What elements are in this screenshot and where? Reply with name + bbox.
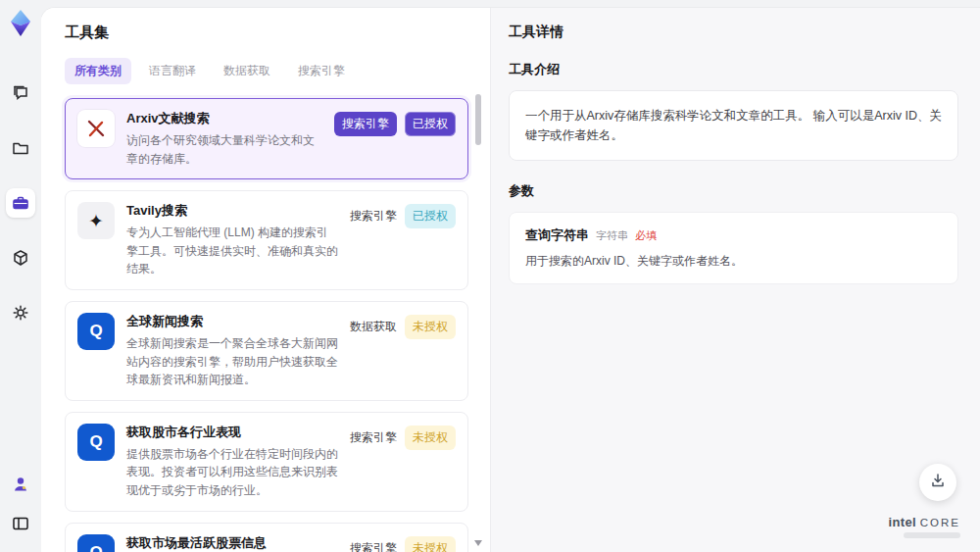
params-heading: 参数 [509, 182, 958, 200]
tab-search-engine[interactable]: 搜索引擎 [288, 58, 355, 84]
param-required-badge: 必填 [635, 228, 657, 243]
detail-title: 工具详情 [509, 24, 958, 41]
tool-description: 提供股票市场各个行业在特定时间段内的表现。投资者可以利用这些信息来识别表现优于或… [126, 445, 338, 500]
category-label: 搜索引擎 [350, 540, 397, 552]
tool-card-tavily[interactable]: ✦ Tavily搜索 专为人工智能代理 (LLM) 构建的搜索引擎工具。可快速提… [65, 190, 468, 290]
category-label: 搜索引擎 [350, 429, 397, 446]
download-button[interactable] [919, 464, 956, 501]
category-badge: 搜索引擎 [334, 112, 397, 136]
tool-description: 全球新闻搜索是一个聚合全球各大新闻网站内容的搜索引擎，帮助用户快速获取全球最新资… [126, 334, 338, 389]
tool-card-global-news[interactable]: Q 全球新闻搜索 全球新闻搜索是一个聚合全球各大新闻网站内容的搜索引擎，帮助用户… [65, 301, 468, 401]
intel-sub-line [904, 532, 960, 538]
intel-core-logo: intel CORE [889, 515, 960, 538]
toolbox-icon [11, 193, 30, 213]
tool-title: Arxiv文献搜索 [126, 110, 322, 127]
tool-detail-pane: 工具详情 工具介绍 一个用于从Arxiv存储库搜索科学论文和文章的工具。 输入可… [490, 8, 980, 552]
param-name: 查询字符串 [525, 226, 589, 244]
status-badge: 已授权 [405, 204, 456, 228]
param-type: 字符串 [596, 228, 628, 243]
package-icon [11, 248, 30, 268]
status-badge: 未授权 [405, 426, 456, 450]
sidebar-item-account[interactable] [6, 470, 35, 499]
arxiv-logo-icon [77, 110, 115, 147]
tool-description: 专为人工智能代理 (LLM) 构建的搜索引擎工具。可快速提供实时、准确和真实的结… [126, 224, 338, 278]
tool-title: Tavily搜索 [126, 202, 338, 220]
param-description: 用于搜索的Arxiv ID、关键字或作者姓名。 [525, 253, 942, 270]
tool-title: 全球新闻搜索 [126, 313, 338, 330]
core-wordmark: CORE [920, 517, 960, 528]
tab-all-categories[interactable]: 所有类别 [65, 58, 131, 84]
folder-icon [11, 138, 30, 158]
left-rail [0, 0, 41, 552]
tool-card-most-active-stocks[interactable]: Q 获取市场最活跃股票信息 提供当天交易量最高的股票列表，投资者可以利用这些信息… [65, 523, 468, 552]
tool-description: 访问各个研究领域大量科学论文和文章的存储库。 [126, 131, 322, 168]
tool-intro-text: 一个用于从Arxiv存储库搜索科学论文和文章的工具。 输入可以是Arxiv ID… [509, 90, 958, 161]
chat-icon [11, 83, 30, 103]
tab-translation[interactable]: 语言翻译 [139, 58, 206, 84]
sidebar-item-tools[interactable] [6, 188, 35, 218]
sidebar-item-files[interactable] [6, 133, 35, 163]
panel-toggle-icon [11, 514, 30, 533]
category-label: 搜索引擎 [350, 208, 397, 225]
tavily-star-icon: ✦ [77, 202, 115, 239]
tool-card-list: Arxiv文献搜索 访问各个研究领域大量科学论文和文章的存储库。 搜索引擎 已授… [65, 98, 468, 552]
sidebar-toggle[interactable] [6, 509, 35, 538]
status-badge: 未授权 [405, 536, 456, 552]
main-panel: 工具集 所有类别 语言翻译 数据获取 搜索引擎 Arxiv文献搜索 访问各个研究… [41, 8, 980, 552]
intro-heading: 工具介绍 [509, 61, 958, 78]
tool-title: 获取股市各行业表现 [126, 424, 338, 441]
status-badge: 已授权 [405, 112, 456, 136]
tool-list-pane: 工具集 所有类别 语言翻译 数据获取 搜索引擎 Arxiv文献搜索 访问各个研究… [41, 8, 490, 552]
blue-q-logo-icon: Q [77, 534, 115, 552]
scrollbar-thumb[interactable] [475, 94, 481, 145]
sidebar-item-packages[interactable] [6, 243, 35, 273]
tab-data-fetch[interactable]: 数据获取 [214, 58, 280, 84]
list-scrollbar[interactable] [475, 90, 481, 544]
status-badge: 未授权 [405, 315, 456, 339]
sidebar-item-settings[interactable] [6, 298, 35, 327]
gear-icon [11, 303, 30, 323]
tool-card-sector-performance[interactable]: Q 获取股市各行业表现 提供股票市场各个行业在特定时间段内的表现。投资者可以利用… [65, 412, 468, 512]
category-tabs: 所有类别 语言翻译 数据获取 搜索引擎 [65, 58, 468, 84]
category-label: 数据获取 [350, 319, 397, 335]
tool-title: 获取市场最活跃股票信息 [126, 534, 338, 552]
sidebar-item-chat[interactable] [6, 78, 35, 108]
scrollbar-down-arrow[interactable] [474, 540, 482, 546]
download-icon [929, 472, 947, 493]
page-title: 工具集 [65, 24, 468, 42]
user-icon [11, 475, 30, 494]
app-logo[interactable] [6, 8, 35, 37]
tool-card-arxiv[interactable]: Arxiv文献搜索 访问各个研究领域大量科学论文和文章的存储库。 搜索引擎 已授… [65, 98, 468, 179]
blue-q-logo-icon: Q [77, 313, 115, 350]
param-card: 查询字符串 字符串 必填 用于搜索的Arxiv ID、关键字或作者姓名。 [509, 212, 958, 284]
intel-wordmark: intel [889, 515, 916, 529]
blue-q-logo-icon: Q [77, 424, 115, 461]
